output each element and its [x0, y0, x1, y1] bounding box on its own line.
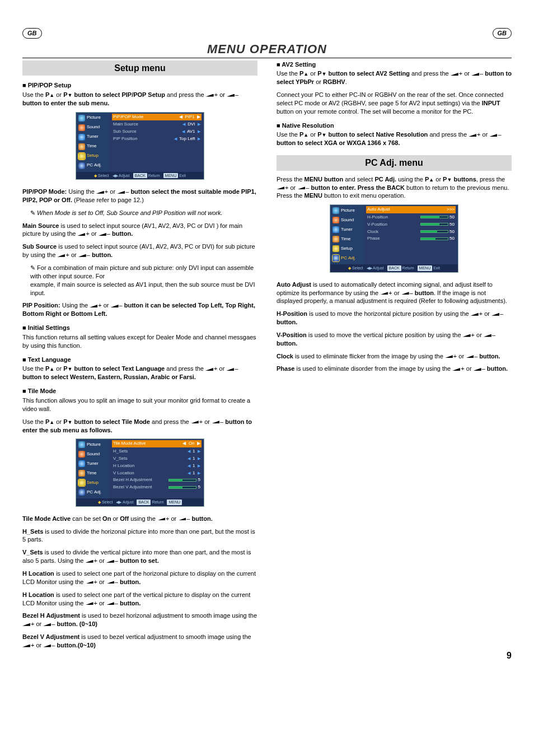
text-language-head: Text Language [22, 356, 257, 364]
pip-pop-setup-head: PIP/POP Setup [22, 81, 257, 90]
phase-para: Phase is used to eliminate disorder from… [277, 365, 512, 373]
pc-adj-menu-banner: PC Adj. menu [277, 155, 512, 171]
sub-source-note: For a combination of main picture and su… [30, 264, 257, 297]
header-row: GB GB [22, 28, 512, 39]
left-column: Setup menu PIP/POP Setup Use the P or P … [22, 60, 257, 654]
page-title: MENU OPERATION [22, 41, 512, 58]
vloc-para: H Location is used to select one part of… [22, 591, 257, 608]
pip-pop-intro: Use the P or P button to select PIP/POP … [22, 91, 257, 108]
text-language-para: Use the P or P button to select Text Lan… [22, 365, 257, 381]
av2-setting-head: AV2 Setting [277, 60, 512, 69]
h-position-para: H-Position is used to move the horizonta… [277, 310, 512, 326]
tile-mode-intro: This function allows you to split an ima… [22, 396, 257, 413]
v-position-para: V-Position is used to move the vertical … [277, 331, 512, 348]
sub-source-para: Sub Source is used to select input sourc… [22, 242, 257, 259]
gb-left: GB [22, 28, 42, 39]
tile-mode-nav: Use the P or P button to select Tile Mod… [22, 418, 257, 435]
initial-settings-text: This function returns all setting values… [22, 333, 257, 350]
vsets-para: V_Sets is used to divide the vertical pi… [22, 548, 257, 565]
hloc-para: H Location is used to select one part of… [22, 570, 257, 586]
page-number: 9 [507, 650, 512, 662]
main-source-para: Main Source is used to select input sour… [22, 222, 257, 239]
native-resolution-para: Use the P or P button to select Native R… [277, 130, 512, 147]
pip-mode-note: When Mode is set to Off, Sub Source and … [30, 209, 257, 217]
osd-tile-mode: Picture Sound Tuner Time Setup PC Adj. T… [76, 438, 204, 506]
tile-mode-head: Tile Mode [22, 387, 257, 395]
bezel-h-para: Bezel H Adjustment is used to bezel hori… [22, 612, 257, 628]
auto-adjust-para: Auto Adjust is used to automatically det… [277, 281, 512, 306]
pip-mode-para: PIP/POP Mode: Using the + or – button se… [22, 188, 257, 204]
native-resolution-head: Native Resolution [277, 122, 512, 130]
osd-pip-pop: Picture Sound Tuner Time Setup PC Adj. P… [76, 112, 204, 180]
bezel-v-para: Bezel V Adjustment is used to bezel vert… [22, 633, 257, 650]
osd-pc-adj: Picture Sound Tuner Time Setup PC Adj. A… [330, 204, 458, 272]
av2-line1: Use the P or P button to select AV2 Sett… [277, 69, 512, 86]
initial-settings-head: Initial Settings [22, 324, 257, 332]
tile-mode-active-para: Tile Mode Active can be set On or Off us… [22, 515, 257, 523]
right-column: AV2 Setting Use the P or P button to sel… [277, 60, 512, 654]
hsets-para: H_Sets is used to divide the horizonal p… [22, 528, 257, 544]
clock-para: Clock is used to eliminate flicker from … [277, 352, 512, 361]
pc-adj-intro: Press the MENU button and select PC Adj.… [277, 175, 512, 200]
setup-menu-banner: Setup menu [22, 60, 257, 76]
pip-position-para: PIP Position: Using the + or – button it… [22, 301, 257, 318]
av2-para: Connect your PC to either PC-IN or RGBHV… [277, 91, 512, 116]
gb-right: GB [493, 28, 512, 39]
